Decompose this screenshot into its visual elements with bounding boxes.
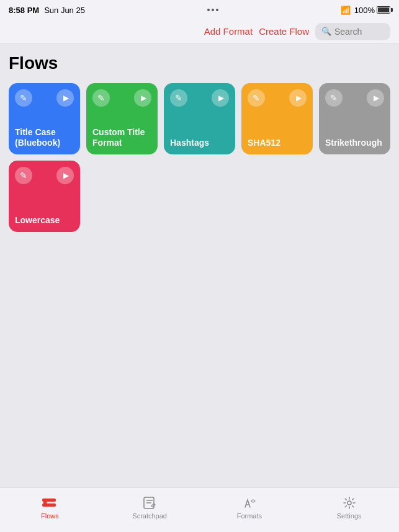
flow-edit-button[interactable]: ✎ bbox=[170, 89, 187, 107]
dot1 bbox=[207, 9, 210, 11]
flow-label: Lowercase bbox=[15, 215, 74, 226]
tab-scratchpad-label: Scratchpad bbox=[132, 512, 167, 520]
flow-play-button[interactable]: ▶ bbox=[56, 89, 74, 107]
create-flow-button[interactable]: Create Flow bbox=[259, 26, 309, 37]
toolbar: Add Format Create Flow 🔍 bbox=[0, 20, 399, 43]
flow-card-top: ✎▶ bbox=[248, 89, 307, 107]
edit-icon: ✎ bbox=[20, 93, 27, 103]
edit-icon: ✎ bbox=[175, 93, 182, 103]
svg-rect-2 bbox=[43, 499, 47, 507]
flow-edit-button[interactable]: ✎ bbox=[92, 89, 110, 107]
tab-settings-label: Settings bbox=[337, 512, 362, 520]
status-bar: 8:58 PM Sun Jun 25 📶 100% bbox=[0, 0, 399, 20]
play-icon: ▶ bbox=[63, 171, 69, 180]
flow-play-button[interactable]: ▶ bbox=[289, 89, 307, 107]
flow-grid: ✎▶Title Case (Bluebook)✎▶Custom Title Fo… bbox=[9, 83, 390, 232]
flow-edit-button[interactable]: ✎ bbox=[15, 167, 32, 184]
play-icon: ▶ bbox=[218, 94, 224, 102]
battery-container: 100% bbox=[354, 6, 390, 15]
flow-label: Title Case (Bluebook) bbox=[15, 127, 74, 148]
tab-flows[interactable]: Flows bbox=[0, 488, 100, 527]
flow-edit-button[interactable]: ✎ bbox=[248, 89, 265, 107]
battery-percentage: 100% bbox=[354, 6, 375, 15]
flows-icon bbox=[42, 496, 57, 510]
battery-icon bbox=[377, 6, 390, 14]
battery-fill bbox=[378, 7, 389, 12]
status-time: 8:58 PM bbox=[9, 6, 39, 15]
play-icon: ▶ bbox=[141, 94, 146, 102]
flow-label: Custom Title Format bbox=[92, 127, 151, 148]
flow-play-button[interactable]: ▶ bbox=[367, 89, 384, 107]
tab-settings[interactable]: Settings bbox=[299, 488, 399, 527]
flow-play-button[interactable]: ▶ bbox=[212, 89, 229, 107]
add-format-button[interactable]: Add Format bbox=[204, 26, 253, 37]
settings-icon bbox=[343, 496, 356, 510]
dot2 bbox=[212, 9, 214, 11]
flow-card-5[interactable]: ✎▶Strikethrough bbox=[319, 83, 390, 154]
tab-flows-label: Flows bbox=[41, 512, 59, 520]
flow-label: Strikethrough bbox=[325, 138, 384, 148]
flow-label: SHA512 bbox=[248, 138, 307, 148]
play-icon: ▶ bbox=[296, 94, 302, 102]
flow-card-top: ✎▶ bbox=[15, 89, 74, 107]
status-dots bbox=[207, 9, 218, 11]
search-input[interactable] bbox=[334, 27, 384, 37]
search-icon: 🔍 bbox=[321, 27, 331, 36]
flow-card-3[interactable]: ✎▶Hashtags bbox=[164, 83, 235, 154]
wifi-icon: 📶 bbox=[341, 6, 351, 15]
flow-card-top: ✎▶ bbox=[15, 167, 74, 184]
svg-point-6 bbox=[347, 501, 351, 505]
search-box[interactable]: 🔍 bbox=[315, 23, 390, 40]
formats-icon bbox=[243, 496, 256, 510]
flow-card-top: ✎▶ bbox=[92, 89, 151, 107]
tab-formats[interactable]: Formats bbox=[200, 488, 300, 527]
status-icons: 📶 100% bbox=[341, 6, 390, 15]
flow-card-top: ✎▶ bbox=[325, 89, 384, 107]
page-title: Flows bbox=[9, 53, 390, 73]
scratchpad-icon bbox=[143, 496, 156, 510]
flow-play-button[interactable]: ▶ bbox=[134, 89, 151, 107]
flow-card-4[interactable]: ✎▶SHA512 bbox=[241, 83, 313, 154]
flow-edit-button[interactable]: ✎ bbox=[15, 89, 32, 107]
dot3 bbox=[216, 9, 218, 11]
main-content: Flows ✎▶Title Case (Bluebook)✎▶Custom Ti… bbox=[0, 43, 399, 487]
play-icon: ▶ bbox=[63, 94, 69, 102]
flow-card-2[interactable]: ✎▶Custom Title Format bbox=[86, 83, 158, 154]
flow-label: Hashtags bbox=[170, 138, 229, 148]
edit-icon: ✎ bbox=[97, 93, 105, 103]
flow-card-6[interactable]: ✎▶Lowercase bbox=[9, 161, 80, 232]
flow-edit-button[interactable]: ✎ bbox=[325, 89, 343, 107]
tab-formats-label: Formats bbox=[237, 512, 262, 520]
flow-play-button[interactable]: ▶ bbox=[56, 167, 74, 184]
edit-icon: ✎ bbox=[20, 171, 27, 180]
edit-icon: ✎ bbox=[253, 93, 260, 103]
flow-card-top: ✎▶ bbox=[170, 89, 229, 107]
flow-card-1[interactable]: ✎▶Title Case (Bluebook) bbox=[9, 83, 80, 154]
status-date: Sun Jun 25 bbox=[44, 6, 85, 15]
edit-icon: ✎ bbox=[330, 93, 338, 103]
tab-bar: Flows Scratchpad Formats Settings bbox=[0, 487, 399, 532]
tab-scratchpad[interactable]: Scratchpad bbox=[100, 488, 200, 527]
play-icon: ▶ bbox=[374, 94, 379, 102]
